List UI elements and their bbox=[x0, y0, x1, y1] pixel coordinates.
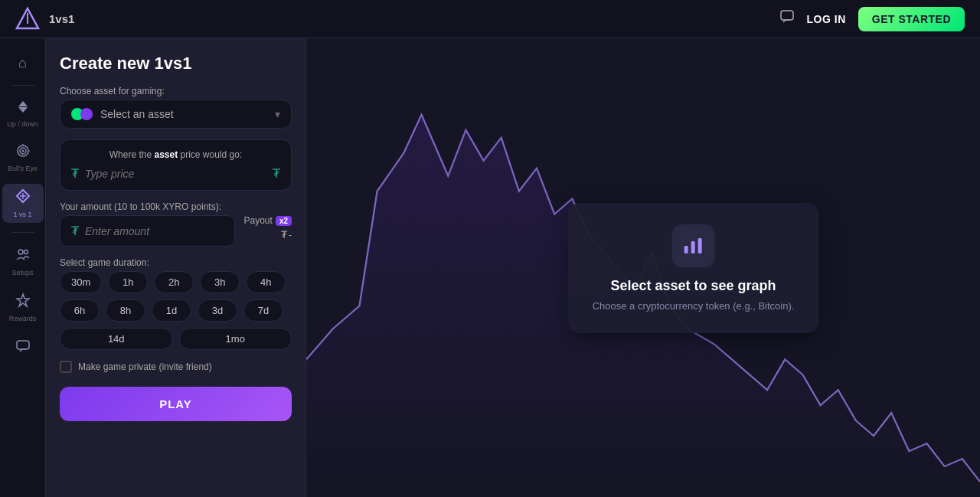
updown-icon bbox=[16, 100, 30, 117]
duration-14d[interactable]: 14d bbox=[60, 328, 173, 350]
form-title: Create new 1vs1 bbox=[60, 54, 292, 74]
sidebar-label-rewards: Rewards bbox=[9, 315, 37, 323]
private-checkbox[interactable] bbox=[60, 361, 72, 373]
chevron-down-icon: ▾ bbox=[275, 108, 280, 120]
chart-overlay-card: Select asset to see graph Choose a crypt… bbox=[568, 203, 819, 333]
duration-3d[interactable]: 3d bbox=[198, 299, 237, 322]
amount-input-box: ₮ bbox=[60, 215, 235, 247]
amount-section: Your amount (10 to 100k XYRO points): ₮ … bbox=[60, 201, 292, 247]
svg-point-7 bbox=[21, 149, 24, 152]
duration-4h[interactable]: 4h bbox=[246, 271, 286, 293]
asset-section: Choose asset for gaming: Select an asset… bbox=[60, 86, 292, 129]
sidebar-label-updown: Up / down bbox=[7, 120, 38, 129]
amount-tether-icon: ₮ bbox=[71, 224, 79, 238]
payout-badge: x2 bbox=[276, 216, 292, 226]
asset-circle-purple bbox=[80, 108, 93, 120]
tether-icon: ₮ bbox=[71, 166, 79, 181]
sidebar-item-home[interactable]: ⌂ bbox=[2, 51, 44, 76]
duration-6h[interactable]: 6h bbox=[60, 299, 100, 322]
svg-marker-3 bbox=[18, 101, 28, 106]
setups-icon bbox=[15, 247, 31, 266]
sidebar-item-rewards[interactable]: Rewards bbox=[2, 288, 44, 328]
duration-7d[interactable]: 7d bbox=[243, 299, 283, 322]
private-label: Make game private (invite friend) bbox=[78, 361, 212, 372]
price-direction-title: Where the asset price would go: bbox=[71, 149, 280, 160]
chart-card-subtitle: Choose a cryptocurrency token (e.g., Bit… bbox=[593, 300, 795, 312]
duration-8h[interactable]: 8h bbox=[106, 299, 145, 322]
asset-section-label: Choose asset for gaming: bbox=[60, 86, 292, 96]
nav-right: LOG IN GET STARTED bbox=[779, 7, 965, 31]
svg-rect-2 bbox=[781, 11, 793, 20]
price-direction-bold: asset bbox=[154, 149, 178, 160]
asset-selector-left: Select an asset bbox=[71, 108, 174, 120]
price-direction-box: Where the asset price would go: ₮ ₮ bbox=[60, 139, 292, 191]
asset-selector-text: Select an asset bbox=[100, 108, 174, 120]
rewards-icon bbox=[15, 293, 31, 312]
app-logo bbox=[15, 7, 40, 31]
sidebar-divider-1 bbox=[11, 85, 34, 86]
bullseye-icon bbox=[16, 144, 30, 162]
duration-3h[interactable]: 3h bbox=[200, 271, 240, 293]
chart-card-title: Select asset to see graph bbox=[593, 278, 795, 294]
sidebar: ⌂ Up / down Bull's Eye bbox=[0, 38, 46, 497]
sidebar-item-messages[interactable] bbox=[2, 334, 44, 362]
top-nav: 1vs1 LOG IN GET STARTED bbox=[0, 0, 980, 38]
duration-label: Select game duration: bbox=[60, 257, 292, 268]
svg-point-13 bbox=[18, 250, 23, 254]
amount-row: ₮ Payout x2 ₮ - bbox=[60, 215, 292, 247]
sidebar-label-bullseye: Bull's Eye bbox=[8, 165, 38, 173]
payout-value: ₮ - bbox=[281, 229, 292, 240]
sidebar-label-1vs1: 1 vs 1 bbox=[13, 211, 31, 219]
main-layout: ⌂ Up / down Bull's Eye bbox=[0, 38, 980, 497]
get-started-button[interactable]: GET STARTED bbox=[858, 7, 965, 31]
asset-icon-circles bbox=[71, 108, 93, 120]
chart-card-icon bbox=[672, 224, 715, 267]
duration-2h[interactable]: 2h bbox=[154, 271, 194, 293]
price-input-row: ₮ ₮ bbox=[71, 166, 280, 181]
login-button[interactable]: LOG IN bbox=[807, 13, 846, 25]
duration-grid: 30m 1h 2h 3h 4h 6h 8h 1d 3d 7d 14d 1mo bbox=[60, 271, 292, 350]
nav-left: 1vs1 bbox=[15, 7, 74, 31]
svg-rect-21 bbox=[698, 238, 702, 253]
amount-label: Your amount (10 to 100k XYRO points): bbox=[60, 201, 292, 212]
sidebar-divider-2 bbox=[11, 232, 34, 233]
svg-rect-16 bbox=[17, 341, 29, 349]
payout-label: Payout bbox=[244, 215, 273, 226]
svg-marker-4 bbox=[18, 107, 28, 113]
home-icon: ⌂ bbox=[18, 55, 27, 71]
asset-selector[interactable]: Select an asset ▾ bbox=[60, 100, 292, 129]
private-row: Make game private (invite friend) bbox=[60, 361, 292, 373]
price-input[interactable] bbox=[85, 168, 266, 180]
payout-tether-icon: ₮ bbox=[281, 229, 287, 240]
tether-icon-right: ₮ bbox=[273, 166, 280, 181]
form-panel: Create new 1vs1 Choose asset for gaming:… bbox=[46, 38, 306, 497]
sidebar-item-bullseye[interactable]: Bull's Eye bbox=[2, 139, 44, 178]
content-area: Create new 1vs1 Choose asset for gaming:… bbox=[46, 38, 980, 497]
sidebar-item-1vs1[interactable]: 1 vs 1 bbox=[2, 184, 44, 224]
duration-section: Select game duration: 30m 1h 2h 3h 4h 6h… bbox=[60, 257, 292, 350]
sidebar-item-setups[interactable]: Setups bbox=[2, 242, 44, 282]
sidebar-label-setups: Setups bbox=[11, 269, 33, 277]
svg-rect-19 bbox=[684, 246, 688, 253]
chart-area: Select asset to see graph Choose a crypt… bbox=[306, 38, 980, 497]
chat-button[interactable] bbox=[779, 9, 795, 28]
sidebar-item-updown[interactable]: Up / down bbox=[2, 95, 44, 133]
amount-input-wrap: ₮ bbox=[60, 215, 235, 247]
duration-1mo[interactable]: 1mo bbox=[179, 328, 292, 350]
svg-rect-20 bbox=[691, 241, 695, 253]
play-button[interactable]: PLAY bbox=[60, 387, 292, 421]
duration-1h[interactable]: 1h bbox=[108, 271, 148, 293]
payout-wrap: Payout x2 ₮ - bbox=[244, 215, 292, 240]
messages-icon bbox=[15, 338, 31, 358]
amount-input[interactable] bbox=[85, 225, 224, 237]
payout-label-row: Payout x2 bbox=[244, 215, 292, 226]
app-title: 1vs1 bbox=[49, 12, 74, 25]
svg-point-14 bbox=[24, 250, 28, 254]
duration-30m[interactable]: 30m bbox=[60, 271, 102, 293]
duration-1d[interactable]: 1d bbox=[152, 299, 191, 322]
payout-amount: - bbox=[289, 229, 292, 240]
1vs1-icon bbox=[15, 188, 31, 208]
svg-marker-15 bbox=[17, 294, 29, 306]
